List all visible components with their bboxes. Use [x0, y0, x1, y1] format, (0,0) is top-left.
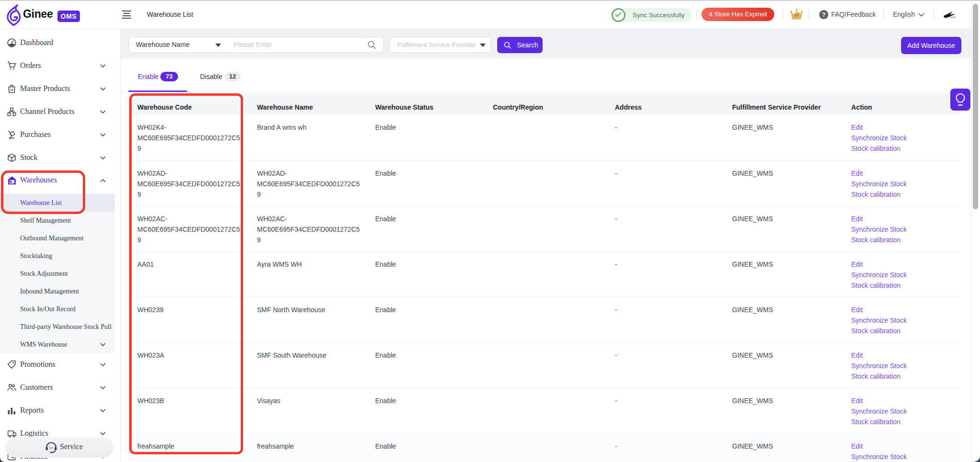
svg-text:?: ?: [822, 11, 826, 18]
svg-text:estseft: estseft: [950, 16, 956, 18]
